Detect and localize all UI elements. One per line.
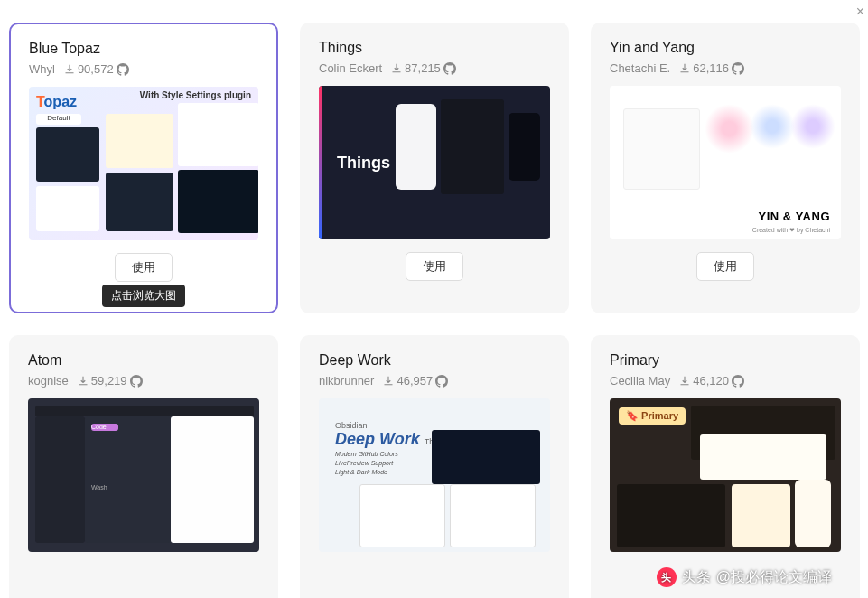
theme-downloads: 46,957 (383, 374, 448, 388)
github-icon[interactable] (117, 63, 129, 76)
theme-title: Primary (610, 352, 841, 369)
theme-title: Things (319, 40, 550, 56)
close-icon[interactable]: × (856, 4, 864, 20)
github-icon[interactable] (732, 62, 744, 75)
theme-card-atom[interactable]: Atom kognise 59,219 Code Wash (9, 335, 278, 598)
yinyang-logo: YIN & YANG (759, 210, 830, 223)
github-icon[interactable] (443, 62, 456, 75)
download-count: 46,120 (693, 374, 729, 388)
theme-author: nikbrunner (319, 374, 374, 388)
theme-author: Colin Eckert (319, 61, 382, 75)
use-button[interactable]: 使用 (115, 253, 173, 282)
theme-card-primary[interactable]: Primary Cecilia May 46,120 🔖 Primary (591, 335, 860, 598)
theme-card-deep-work[interactable]: Deep Work nikbrunner 46,957 Obsidian Dee… (300, 335, 569, 598)
atom-wash-label: Wash (91, 484, 118, 491)
github-icon[interactable] (130, 375, 143, 388)
theme-downloads: 90,572 (64, 62, 129, 76)
theme-meta: nikbrunner 46,957 (319, 374, 550, 388)
download-icon (679, 376, 690, 387)
topaz-logo: Topaz (36, 94, 77, 110)
theme-title: Atom (28, 352, 259, 369)
theme-downloads: 59,219 (78, 374, 143, 388)
theme-author: Cecilia May (610, 374, 670, 388)
preview-tooltip: 点击浏览大图 (102, 285, 185, 307)
watermark-handle: @投必得论文编译 (716, 568, 832, 587)
theme-preview[interactable]: Obsidian Deep Work Theme Modern GitHub C… (319, 398, 550, 552)
download-icon (679, 63, 690, 74)
theme-meta: kognise 59,219 (28, 374, 259, 388)
theme-downloads: 62,116 (679, 61, 744, 75)
theme-preview[interactable]: Things (319, 86, 550, 239)
theme-author: kognise (28, 374, 69, 388)
watermark-icon: 头 (657, 567, 677, 587)
download-count: 59,219 (91, 374, 127, 388)
deepwork-feature: LivePreview Support (335, 460, 393, 466)
watermark-label: 头条 (682, 568, 711, 587)
theme-downloads: 46,120 (679, 374, 744, 388)
theme-meta: Cecilia May 46,120 (610, 374, 841, 388)
things-logo: Things (337, 154, 390, 173)
topaz-settings-label: With Style Settings plugin (140, 90, 251, 100)
download-icon (64, 64, 75, 75)
theme-downloads: 87,215 (391, 61, 456, 75)
theme-title: Deep Work (319, 352, 550, 369)
github-icon[interactable] (435, 375, 448, 388)
theme-title: Blue Topaz (29, 41, 258, 57)
download-icon (391, 63, 402, 74)
yinyang-credit: Created with ❤ by Chetachi (752, 227, 830, 234)
deepwork-feature: Modern GitHub Colors (335, 451, 398, 457)
atom-code-label: Code (91, 424, 118, 431)
download-count: 90,572 (78, 62, 114, 76)
theme-title: Yin and Yang (610, 40, 841, 56)
theme-meta: Colin Eckert 87,215 (319, 61, 550, 75)
theme-preview[interactable]: YIN & YANG Created with ❤ by Chetachi (610, 86, 841, 239)
theme-preview[interactable]: Code Wash (28, 398, 259, 552)
theme-meta: Whyl 90,572 (29, 62, 258, 76)
theme-grid: Blue Topaz Whyl 90,572 Topaz With Style … (9, 9, 859, 598)
download-count: 46,957 (397, 374, 433, 388)
theme-preview[interactable]: 🔖 Primary (610, 398, 841, 552)
watermark: 头 头条 @投必得论文编译 (657, 567, 832, 587)
download-count: 87,215 (405, 61, 441, 75)
theme-author: Chetachi E. (610, 61, 670, 75)
theme-card-blue-topaz[interactable]: Blue Topaz Whyl 90,572 Topaz With Style … (9, 23, 278, 313)
deepwork-feature: Light & Dark Mode (335, 469, 387, 475)
theme-preview[interactable]: Topaz With Style Settings plugin Default (29, 87, 258, 240)
topaz-default-label: Default (36, 114, 81, 125)
github-icon[interactable] (732, 375, 744, 388)
download-icon (383, 376, 394, 387)
theme-meta: Chetachi E. 62,116 (610, 61, 841, 75)
download-count: 62,116 (693, 61, 729, 75)
use-button[interactable]: 使用 (406, 252, 463, 281)
use-button[interactable]: 使用 (696, 252, 754, 281)
deepwork-obsidian-label: Obsidian (335, 421, 368, 430)
theme-card-things[interactable]: Things Colin Eckert 87,215 Things 使用 (300, 23, 569, 313)
download-icon (78, 376, 89, 387)
primary-badge: 🔖 Primary (619, 407, 686, 425)
theme-author: Whyl (29, 62, 55, 76)
theme-card-yin-yang[interactable]: Yin and Yang Chetachi E. 62,116 YIN & YA… (591, 23, 860, 313)
